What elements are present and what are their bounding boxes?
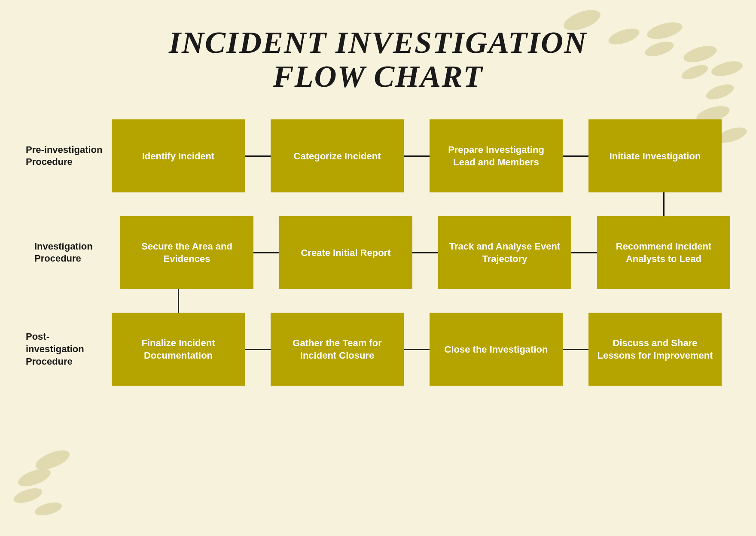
v-line bbox=[178, 289, 179, 313]
boxes-row-1: Identify Incident Categorize Incident Pr… bbox=[112, 119, 730, 192]
connector-h bbox=[245, 155, 271, 157]
connector-h bbox=[245, 349, 271, 350]
label-post-investigation: Post-investigation Procedure bbox=[26, 331, 112, 368]
box-recommend: Recommend Incident Analysts to Lead bbox=[597, 216, 730, 289]
title-line2: FLOW CHART bbox=[0, 60, 756, 94]
connector-h bbox=[563, 155, 588, 157]
connector-h bbox=[571, 252, 597, 253]
label-investigation: Investigation Procedure bbox=[26, 241, 112, 265]
box-track-analyse: Track and Analyse Event Trajectory bbox=[438, 216, 571, 289]
connector-h bbox=[412, 252, 438, 253]
box-create-report: Create Initial Report bbox=[279, 216, 412, 289]
box-close-investigation: Close the Investigation bbox=[430, 313, 563, 386]
box-categorize-incident: Categorize Incident bbox=[271, 119, 404, 192]
title-line1: INCIDENT INVESTIGATION bbox=[0, 26, 756, 60]
box-identify-incident: Identify Incident bbox=[112, 119, 245, 192]
row-pre-investigation: Pre-investigation Procedure Identify Inc… bbox=[26, 119, 730, 192]
boxes-row-2: Recommend Incident Analysts to Lead Trac… bbox=[112, 216, 730, 289]
box-secure-area: Secure the Area and Evidences bbox=[120, 216, 253, 289]
connector-h bbox=[253, 252, 279, 253]
title-section: INCIDENT INVESTIGATION FLOW CHART bbox=[0, 0, 756, 111]
connector-h bbox=[404, 349, 430, 350]
box-initiate-investigation: Initiate Investigation bbox=[588, 119, 722, 192]
main-title: INCIDENT INVESTIGATION FLOW CHART bbox=[0, 26, 756, 94]
box-discuss-lessons: Discuss and Share Lessons for Improvemen… bbox=[588, 313, 722, 386]
boxes-row-3: Finalize Incident Documentation Gather t… bbox=[112, 313, 730, 386]
label-pre-investigation: Pre-investigation Procedure bbox=[26, 144, 112, 168]
connector-h bbox=[563, 349, 588, 350]
box-prepare-investigating: Prepare Investigating Lead and Members bbox=[430, 119, 563, 192]
row-post-investigation: Post-investigation Procedure Finalize In… bbox=[26, 313, 730, 386]
row-investigation: Investigation Procedure Recommend Incide… bbox=[26, 216, 730, 289]
box-gather-team: Gather the Team for Incident Closure bbox=[271, 313, 404, 386]
box-finalize-docs: Finalize Incident Documentation bbox=[112, 313, 245, 386]
v-line bbox=[663, 192, 665, 216]
connector-h bbox=[404, 155, 430, 157]
flowchart-container: Pre-investigation Procedure Identify Inc… bbox=[0, 119, 756, 386]
